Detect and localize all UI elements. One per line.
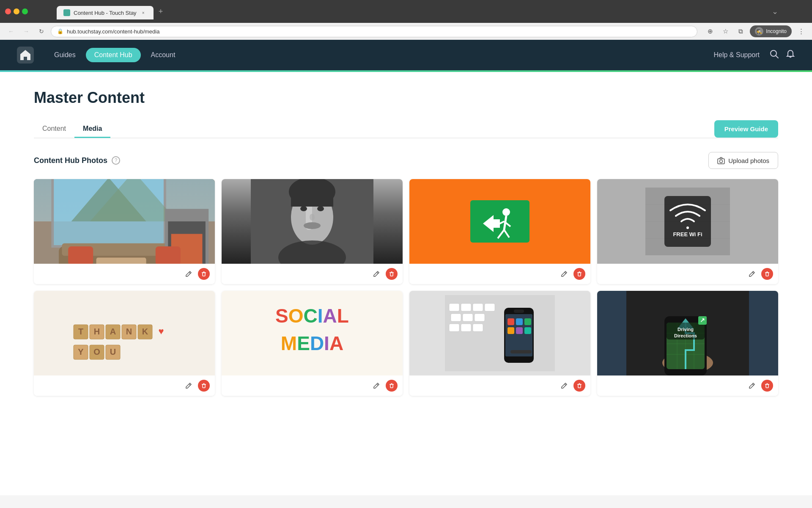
svg-rect-96: [508, 318, 514, 325]
photo-edit-btn-7[interactable]: [558, 380, 570, 392]
photos-section: Content Hub Photos ? Upload photos: [34, 152, 778, 396]
photos-header: Content Hub Photos ? Upload photos: [34, 152, 778, 169]
upload-photos-btn[interactable]: Upload photos: [708, 152, 778, 169]
tab-close-btn[interactable]: ×: [140, 9, 147, 16]
photo-edit-btn-1[interactable]: [183, 268, 195, 280]
photo-delete-btn-1[interactable]: [198, 268, 210, 280]
photo-edit-btn-3[interactable]: [558, 268, 570, 280]
tab-media[interactable]: Media: [74, 121, 110, 138]
svg-rect-52: [766, 273, 768, 276]
svg-rect-102: [510, 350, 532, 353]
photo-delete-btn-3[interactable]: [573, 268, 585, 280]
svg-line-31: [377, 272, 378, 273]
bookmark-icon[interactable]: ☆: [719, 25, 731, 37]
preview-guide-btn[interactable]: Preview Guide: [714, 120, 778, 138]
nav-logo[interactable]: [17, 47, 34, 64]
traffic-lights: [5, 8, 28, 14]
photo-card-5: T H A N K: [34, 291, 215, 396]
photo-card-3: [409, 179, 590, 284]
svg-line-78: [377, 384, 378, 385]
svg-text:Y: Y: [78, 347, 84, 356]
photo-actions-7: [409, 375, 590, 396]
svg-rect-99: [508, 327, 514, 334]
extensions-icon[interactable]: ⧉: [735, 25, 746, 37]
incognito-btn[interactable]: 🕵 Incognito: [750, 25, 792, 37]
svg-rect-89: [449, 324, 459, 331]
photo-edit-btn-5[interactable]: [183, 380, 195, 392]
camera-icon: [717, 157, 725, 164]
nav-account[interactable]: Account: [144, 48, 182, 62]
svg-rect-105: [578, 384, 581, 388]
svg-rect-43: [578, 273, 581, 276]
tab-list-btn[interactable]: ⌄: [768, 3, 782, 19]
browser-menu-btn[interactable]: ⋮: [795, 25, 807, 37]
back-btn[interactable]: ←: [5, 25, 17, 37]
svg-rect-98: [524, 318, 531, 325]
svg-point-24: [304, 222, 321, 229]
page-title: Master Content: [34, 89, 778, 107]
nav-icons: [770, 50, 795, 61]
svg-line-1: [776, 55, 779, 58]
close-window-btn[interactable]: [5, 8, 11, 14]
svg-text:↗: ↗: [700, 317, 705, 323]
tabs: Content Media: [34, 121, 110, 137]
notification-icon[interactable]: [786, 50, 795, 61]
photo-delete-btn-8[interactable]: [761, 380, 773, 392]
tab-title: Content Hub - Touch Stay: [74, 10, 137, 16]
minimize-window-btn[interactable]: [14, 8, 19, 14]
photo-edit-btn-2[interactable]: [370, 268, 382, 280]
photo-grid: FREE Wi Fi: [34, 179, 778, 396]
svg-text:T: T: [78, 327, 83, 336]
svg-point-35: [502, 208, 510, 216]
photo-delete-btn-5[interactable]: [198, 380, 210, 392]
svg-text:♥: ♥: [158, 326, 164, 337]
new-tab-btn[interactable]: +: [154, 4, 168, 19]
photo-edit-btn-6[interactable]: [370, 380, 382, 392]
browser-tab[interactable]: Content Hub - Touch Stay ×: [57, 6, 154, 19]
nav-content-hub[interactable]: Content Hub: [86, 48, 141, 62]
tab-content[interactable]: Content: [34, 121, 74, 138]
nav-help[interactable]: Help & Support: [713, 51, 760, 59]
svg-text:H: H: [94, 327, 100, 336]
url-text: hub.touchstay.com/content-hub/media: [67, 28, 159, 35]
svg-rect-88: [475, 314, 485, 321]
photo-image-2: [222, 179, 403, 264]
search-icon[interactable]: [770, 50, 779, 61]
svg-rect-91: [473, 324, 483, 331]
svg-rect-97: [516, 318, 523, 325]
maximize-window-btn[interactable]: [22, 8, 28, 14]
svg-rect-84: [473, 304, 483, 311]
photo-delete-btn-6[interactable]: [386, 380, 398, 392]
svg-rect-29: [291, 192, 333, 207]
cast-icon[interactable]: ⊕: [704, 25, 716, 37]
photo-edit-btn-4[interactable]: [746, 268, 758, 280]
photo-actions-1: [34, 264, 215, 284]
svg-text:U: U: [110, 347, 116, 356]
nav-links: Guides Content Hub Account: [47, 48, 182, 62]
photo-card-7: [409, 291, 590, 396]
photo-delete-btn-2[interactable]: [386, 268, 398, 280]
svg-rect-85: [485, 304, 495, 311]
photo-image-1: [34, 179, 215, 264]
svg-point-27: [317, 206, 324, 211]
svg-rect-17: [156, 246, 181, 264]
photo-delete-btn-4[interactable]: [761, 268, 773, 280]
logo-icon: [17, 47, 34, 64]
svg-rect-12: [96, 258, 146, 264]
forward-btn[interactable]: →: [20, 25, 32, 37]
svg-rect-87: [463, 314, 473, 321]
photo-delete-btn-7[interactable]: [573, 380, 585, 392]
main-content: Master Content Content Media Preview Gui…: [0, 72, 812, 495]
photo-card-4: FREE Wi Fi: [597, 179, 778, 284]
svg-point-25: [310, 214, 315, 221]
svg-line-72: [189, 384, 190, 385]
photos-help-icon[interactable]: ?: [112, 156, 120, 165]
address-bar[interactable]: 🔒 hub.touchstay.com/content-hub/media: [51, 26, 697, 37]
photo-image-6: SOCIAL MEDIA: [222, 291, 403, 375]
svg-rect-32: [390, 273, 393, 276]
refresh-btn[interactable]: ↻: [36, 25, 47, 37]
nav-guides[interactable]: Guides: [47, 48, 82, 62]
photo-edit-btn-8[interactable]: [746, 380, 758, 392]
svg-line-104: [565, 384, 566, 385]
svg-rect-125: [766, 384, 768, 388]
